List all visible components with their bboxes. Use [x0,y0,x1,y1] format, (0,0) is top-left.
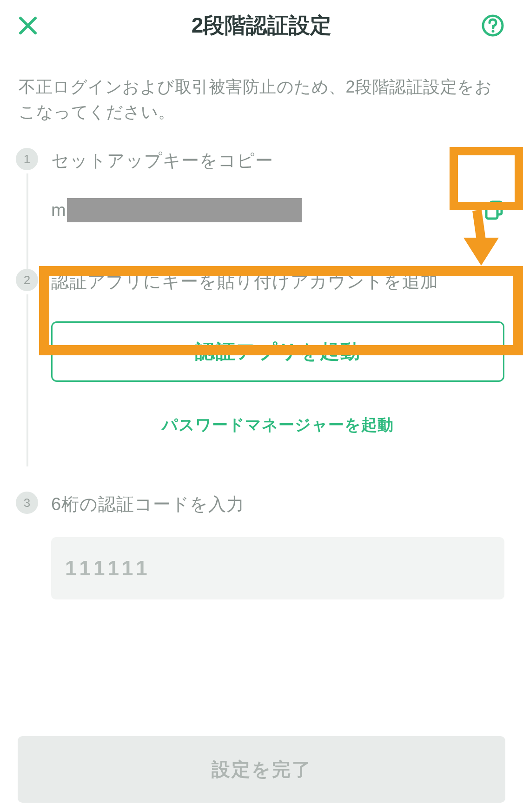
launch-password-manager-link[interactable]: パスワードマネージャーを起動 [51,414,504,436]
svg-rect-4 [486,206,497,219]
help-icon [481,14,504,37]
step-3-title: 6桁の認証コードを入力 [51,493,504,516]
step-3: 3 6桁の認証コードを入力 [0,482,523,599]
step-1: 1 セットアップキーをコピー m [0,139,523,260]
copy-icon [483,199,505,221]
step-1-content: セットアップキーをコピー m [51,148,504,260]
description-text: 不正ログインおよび取引被害防止のため、2段階認証設定をおこなってください。 [0,51,523,139]
page-title: 2段階認証設定 [192,11,332,40]
close-icon [19,16,37,35]
help-button[interactable] [481,14,504,37]
svg-point-3 [492,30,495,33]
step-number-1: 1 [16,148,38,170]
step-2-title: 認証アプリにキーを貼り付けアカウントを追加 [51,270,504,293]
setup-key-prefix: m [51,200,66,220]
complete-setup-button[interactable]: 設定を完了 [18,736,505,803]
setup-key-row: m [51,198,504,222]
step-number-3: 3 [16,492,38,514]
launch-auth-app-button[interactable]: 認証アプリを起動 [51,321,504,382]
step-number-2: 2 [16,269,38,291]
copy-button[interactable] [481,197,507,223]
step-1-title: セットアップキーをコピー [51,149,504,173]
header: 2段階認証設定 [0,0,523,51]
setup-key-redacted [67,198,302,222]
step-connector-line [26,294,28,466]
close-button[interactable] [19,16,37,35]
auth-code-input[interactable] [51,537,504,599]
step-2: 2 認証アプリにキーを貼り付けアカウントを追加 認証アプリを起動 パスワードマネ… [0,260,523,482]
step-2-content: 認証アプリにキーを貼り付けアカウントを追加 認証アプリを起動 パスワードマネージ… [51,269,504,482]
step-3-content: 6桁の認証コードを入力 [51,492,504,599]
step-connector-line [26,173,28,271]
